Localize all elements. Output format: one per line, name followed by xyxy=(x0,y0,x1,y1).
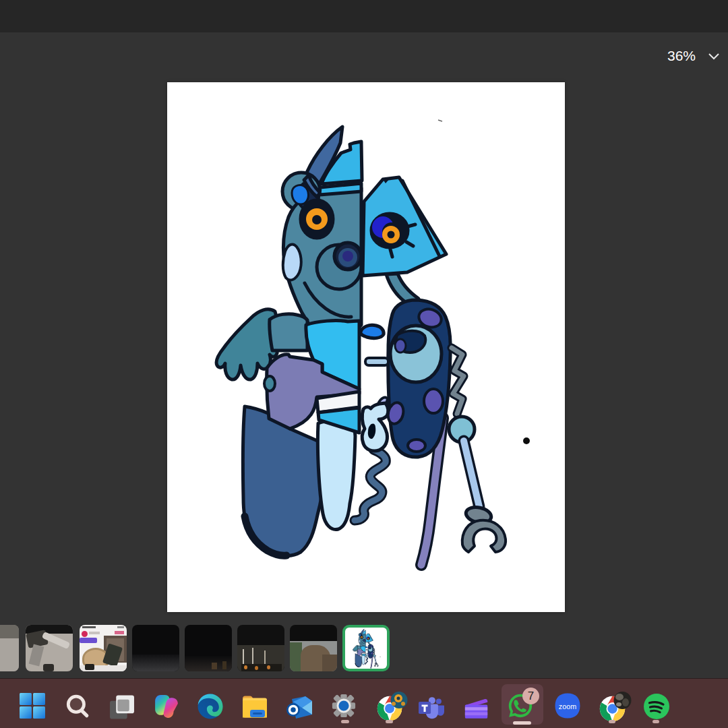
svg-text:zoom: zoom xyxy=(559,702,576,710)
